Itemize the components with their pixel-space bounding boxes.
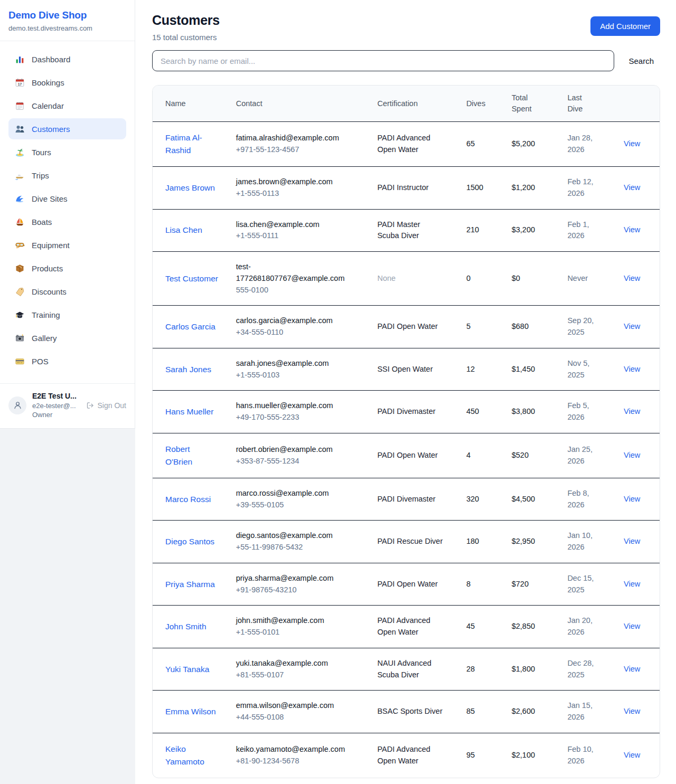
cell-certification: PADI Instructor <box>371 167 459 210</box>
bottom-spacer <box>152 778 660 784</box>
view-link[interactable]: View <box>624 537 640 545</box>
sidebar-item-equipment[interactable]: Equipment <box>8 234 126 256</box>
boats-icon <box>15 217 25 227</box>
add-customer-button[interactable]: Add Customer <box>590 16 660 36</box>
view-link[interactable]: View <box>624 139 640 148</box>
customer-phone: +34-555-0110 <box>236 327 365 338</box>
sidebar-item-label: Calendar <box>32 101 64 110</box>
customers-table: NameContactCertificationDivesTotal Spent… <box>153 86 660 778</box>
customer-name-link[interactable]: Hans Mueller <box>165 405 213 418</box>
sidebar-item-gallery[interactable]: Gallery <box>8 327 126 348</box>
customer-name-link[interactable]: Robert O'Brien <box>165 443 218 468</box>
customer-name-link[interactable]: Marco Rossi <box>165 493 211 506</box>
cell-contact: james.brown@example.com+1-555-0113 <box>230 167 371 210</box>
view-link[interactable]: View <box>624 665 640 673</box>
page-head-text: Customers 15 total customers <box>152 13 220 42</box>
customer-name-link[interactable]: Emma Wilson <box>165 705 216 718</box>
column-header-dives: Dives <box>460 86 505 122</box>
cell-last-dive: Never <box>561 252 617 306</box>
sidebar-item-pos[interactable]: POS <box>8 351 126 372</box>
view-link[interactable]: View <box>624 225 640 234</box>
table-row: Marco Rossimarco.rossi@example.com+39-55… <box>153 478 660 521</box>
view-link[interactable]: View <box>624 183 640 192</box>
column-header-last-dive: Last Dive <box>561 86 617 122</box>
cell-total-spent: $3,800 <box>505 391 561 433</box>
sidebar-item-bookings[interactable]: 17Bookings <box>8 72 126 93</box>
customer-email: robert.obrien@example.com <box>236 444 333 456</box>
view-link[interactable]: View <box>624 707 640 715</box>
sidebar-item-discounts[interactable]: Discounts <box>8 281 126 302</box>
view-link[interactable]: View <box>624 451 640 459</box>
customer-name-link[interactable]: James Brown <box>165 182 215 194</box>
column-header-actions <box>617 86 660 122</box>
sidebar-item-trips[interactable]: Trips <box>8 165 126 186</box>
customer-name-link[interactable]: Diego Santos <box>165 535 214 548</box>
customer-name-link[interactable]: Keiko Yamamoto <box>165 743 218 768</box>
view-link[interactable]: View <box>624 322 640 330</box>
search-button[interactable]: Search <box>622 52 660 70</box>
last-dive-text: Feb 5, 2026 <box>567 400 601 423</box>
view-link[interactable]: View <box>624 751 640 759</box>
cell-dives: 4 <box>460 433 505 478</box>
cell-last-dive: Feb 8, 2026 <box>561 478 617 521</box>
last-dive-text: Jan 25, 2026 <box>567 444 601 467</box>
sidebar-item-training[interactable]: Training <box>8 304 126 325</box>
customer-name-link[interactable]: Fatima Al-Rashid <box>165 131 218 157</box>
cell-dives: 95 <box>460 733 505 778</box>
search-input[interactable] <box>152 50 614 71</box>
view-link[interactable]: View <box>624 495 640 503</box>
bookings-icon: 17 <box>15 78 25 88</box>
cell-name: Diego Santos <box>153 521 230 563</box>
cell-dives: 0 <box>460 252 505 306</box>
view-link[interactable]: View <box>624 580 640 588</box>
certification-text: PADI Advanced Open Water <box>377 744 443 767</box>
cell-name: Yuki Tanaka <box>153 648 230 691</box>
user-email: e2e-tester@... <box>32 401 77 411</box>
table-row: Hans Muellerhans.mueller@example.com+49-… <box>153 391 660 433</box>
customer-email: diego.santos@example.com <box>236 530 333 542</box>
sidebar-item-dashboard[interactable]: Dashboard <box>8 49 126 70</box>
user-name: E2E Test U... <box>32 391 77 401</box>
customer-name-link[interactable]: Sarah Jones <box>165 363 211 376</box>
cell-dives: 1500 <box>460 167 505 210</box>
customer-name-link[interactable]: Yuki Tanaka <box>165 663 209 676</box>
customer-email: emma.wilson@example.com <box>236 700 334 712</box>
sidebar-item-boats[interactable]: Boats <box>8 211 126 232</box>
cell-certification: PADI Advanced Open Water <box>371 733 459 778</box>
view-link[interactable]: View <box>624 407 640 415</box>
view-link[interactable]: View <box>624 622 640 630</box>
cell-action: View <box>617 209 660 252</box>
view-link[interactable]: View <box>624 274 640 282</box>
sidebar-item-label: Discounts <box>32 287 67 296</box>
cell-contact: carlos.garcia@example.com+34-555-0110 <box>230 306 371 348</box>
cell-certification: PADI Open Water <box>371 563 459 606</box>
cell-total-spent: $720 <box>505 563 561 606</box>
certification-text: PADI Rescue Diver <box>377 536 443 547</box>
cell-dives: 210 <box>460 209 505 252</box>
customer-phone: +44-555-0108 <box>236 712 365 723</box>
table-row: Yuki Tanakayuki.tanaka@example.com+81-55… <box>153 648 660 691</box>
cell-contact: lisa.chen@example.com+1-555-0111 <box>230 209 371 252</box>
sidebar-item-tours[interactable]: Tours <box>8 141 126 163</box>
customer-email: fatima.alrashid@example.com <box>236 133 339 144</box>
sidebar-item-label: Customers <box>32 125 70 134</box>
cell-action: View <box>617 478 660 521</box>
cell-dives: 12 <box>460 348 505 391</box>
sidebar-item-dive-sites[interactable]: Dive Sites <box>8 188 126 209</box>
cell-name: Keiko Yamamoto <box>153 733 230 778</box>
cell-action: View <box>617 733 660 778</box>
customer-name-link[interactable]: Lisa Chen <box>165 224 202 237</box>
customer-email: priya.sharma@example.com <box>236 573 334 584</box>
sidebar-item-calendar[interactable]: Calendar <box>8 95 126 116</box>
column-header-name: Name <box>153 86 230 122</box>
customer-name-link[interactable]: John Smith <box>165 620 206 633</box>
customer-name-link[interactable]: Priya Sharma <box>165 578 215 591</box>
sign-out-button[interactable]: Sign Out <box>86 401 126 410</box>
table-row: James Brownjames.brown@example.com+1-555… <box>153 167 660 210</box>
view-link[interactable]: View <box>624 365 640 373</box>
sidebar-item-products[interactable]: Products <box>8 258 126 279</box>
sidebar-item-customers[interactable]: Customers <box>8 118 126 139</box>
customer-name-link[interactable]: Test Customer <box>165 272 218 285</box>
customer-name-link[interactable]: Carlos Garcia <box>165 320 215 333</box>
cell-certification: PADI Open Water <box>371 306 459 348</box>
